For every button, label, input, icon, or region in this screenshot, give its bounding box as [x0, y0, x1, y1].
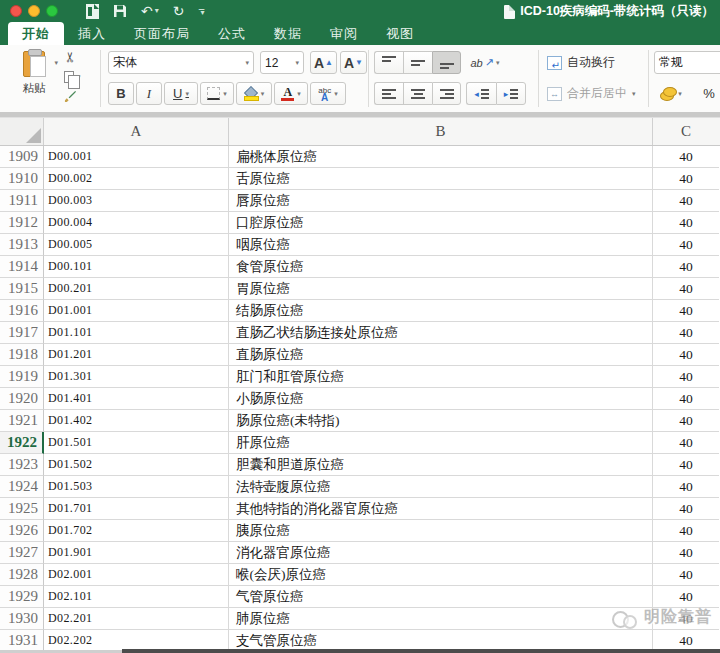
row-header[interactable]: 1925 [0, 498, 44, 520]
cell-disease-name[interactable]: 扁桃体原位癌 [229, 146, 653, 168]
cell-disease-name[interactable]: 肠原位癌(未特指) [229, 410, 653, 432]
fill-color-button[interactable]: ▾ [236, 82, 272, 105]
bold-button[interactable]: B [108, 82, 134, 105]
number-format-combo[interactable]: 常规 [654, 51, 720, 74]
cell-stat-code[interactable]: 40 [653, 542, 719, 564]
cell-icd-code[interactable]: D01.001 [44, 300, 229, 322]
cell-stat-code[interactable]: 40 [653, 344, 719, 366]
percent-style-button[interactable]: % [696, 82, 720, 105]
cell-disease-name[interactable]: 胆囊和胆道原位癌 [229, 454, 653, 476]
row-header[interactable]: 1924 [0, 476, 44, 498]
decrease-font-size-button[interactable]: A▼ [340, 51, 367, 74]
cell-stat-code[interactable]: 40 [653, 322, 719, 344]
align-middle-button[interactable] [403, 51, 432, 74]
cell-icd-code[interactable]: D00.001 [44, 146, 229, 168]
zoom-window-button[interactable] [46, 5, 58, 17]
row-header[interactable]: 1912 [0, 212, 44, 234]
cell-stat-code[interactable]: 40 [653, 146, 719, 168]
row-header[interactable]: 1909 [0, 146, 44, 168]
cell-disease-name[interactable]: 胰原位癌 [229, 520, 653, 542]
row-header[interactable]: 1922 [0, 432, 44, 454]
row-header[interactable]: 1916 [0, 300, 44, 322]
cell-icd-code[interactable]: D00.004 [44, 212, 229, 234]
column-header-a[interactable]: A [44, 118, 229, 145]
cell-icd-code[interactable]: D00.003 [44, 190, 229, 212]
close-window-button[interactable] [10, 5, 22, 17]
undo-dropdown[interactable]: ▾ [155, 7, 159, 15]
cell-icd-code[interactable]: D01.901 [44, 542, 229, 564]
cell-stat-code[interactable]: 40 [653, 256, 719, 278]
tab-2[interactable]: 页面布局 [120, 22, 204, 45]
cell-disease-name[interactable]: 其他特指的消化器官原位癌 [229, 498, 653, 520]
increase-font-size-button[interactable]: A▲ [310, 51, 337, 74]
cell-stat-code[interactable]: 40 [653, 432, 719, 454]
save-button[interactable] [113, 4, 127, 18]
row-header[interactable]: 1929 [0, 586, 44, 608]
cell-icd-code[interactable]: D01.502 [44, 454, 229, 476]
cell-stat-code[interactable]: 40 [653, 388, 719, 410]
redo-button[interactable]: ↻ [173, 4, 185, 18]
cell-disease-name[interactable]: 胃原位癌 [229, 278, 653, 300]
row-header[interactable]: 1911 [0, 190, 44, 212]
row-header[interactable]: 1928 [0, 564, 44, 586]
cell-disease-name[interactable]: 消化器官原位癌 [229, 542, 653, 564]
cell-icd-code[interactable]: D01.401 [44, 388, 229, 410]
align-top-button[interactable] [374, 51, 403, 74]
cell-disease-name[interactable]: 结肠原位癌 [229, 300, 653, 322]
row-header[interactable]: 1927 [0, 542, 44, 564]
font-size-combo[interactable]: 12 ▾ [260, 51, 304, 74]
cell-disease-name[interactable]: 气管原位癌 [229, 586, 653, 608]
cell-disease-name[interactable]: 咽原位癌 [229, 234, 653, 256]
row-header[interactable]: 1931 [0, 630, 44, 652]
cell-icd-code[interactable]: D00.002 [44, 168, 229, 190]
format-painter-button[interactable] [64, 89, 77, 104]
cell-stat-code[interactable]: 40 [653, 300, 719, 322]
cell-icd-code[interactable]: D01.402 [44, 410, 229, 432]
italic-button[interactable]: I [136, 82, 162, 105]
row-header[interactable]: 1926 [0, 520, 44, 542]
merge-center-button[interactable]: ↔ 合并后居中 ▾ [547, 82, 636, 105]
align-center-button[interactable] [403, 82, 432, 105]
row-header[interactable]: 1930 [0, 608, 44, 630]
cell-stat-code[interactable]: 40 [653, 278, 719, 300]
cell-icd-code[interactable]: D01.101 [44, 322, 229, 344]
row-header[interactable]: 1923 [0, 454, 44, 476]
cell-icd-code[interactable]: D01.503 [44, 476, 229, 498]
row-header[interactable]: 1913 [0, 234, 44, 256]
increase-indent-button[interactable]: ▸ [496, 82, 526, 105]
cell-icd-code[interactable]: D02.001 [44, 564, 229, 586]
phonetic-guide-button[interactable]: abcA▾ [310, 82, 346, 105]
cell-stat-code[interactable]: 40 [653, 586, 719, 608]
undo-button[interactable]: ↶▾ [141, 4, 159, 18]
cell-stat-code[interactable]: 40 [653, 410, 719, 432]
row-header[interactable]: 1917 [0, 322, 44, 344]
row-header[interactable]: 1914 [0, 256, 44, 278]
tab-4[interactable]: 数据 [260, 22, 316, 45]
decrease-indent-button[interactable]: ◂ [466, 82, 496, 105]
paste-button[interactable]: ▾ 粘贴 [12, 51, 56, 107]
cell-icd-code[interactable]: D01.702 [44, 520, 229, 542]
cell-disease-name[interactable]: 食管原位癌 [229, 256, 653, 278]
paste-dropdown[interactable]: ▾ [54, 59, 58, 67]
cell-disease-name[interactable]: 法特壶腹原位癌 [229, 476, 653, 498]
text-orientation-button[interactable]: ab↗▾ [466, 51, 504, 74]
cell-stat-code[interactable]: 40 [653, 190, 719, 212]
column-header-b[interactable]: B [229, 118, 653, 145]
cell-disease-name[interactable]: 直肠乙状结肠连接处原位癌 [229, 322, 653, 344]
cell-stat-code[interactable]: 40 [653, 234, 719, 256]
new-workbook-button[interactable] [86, 4, 99, 19]
accounting-format-button[interactable]: ▾ [654, 82, 688, 105]
tab-5[interactable]: 审阅 [316, 22, 372, 45]
cell-stat-code[interactable]: 40 [653, 476, 719, 498]
row-header[interactable]: 1919 [0, 366, 44, 388]
cell-stat-code[interactable]: 40 [653, 212, 719, 234]
copy-button[interactable]: ▾ [64, 69, 81, 84]
cell-icd-code[interactable]: D00.101 [44, 256, 229, 278]
cell-icd-code[interactable]: D01.301 [44, 366, 229, 388]
font-name-combo[interactable]: 宋体 ▾ [108, 51, 254, 74]
cell-icd-code[interactable]: D01.201 [44, 344, 229, 366]
cell-disease-name[interactable]: 喉(会厌)原位癌 [229, 564, 653, 586]
borders-button[interactable]: ▾ [200, 82, 234, 105]
row-header[interactable]: 1910 [0, 168, 44, 190]
cell-stat-code[interactable]: 40 [653, 454, 719, 476]
